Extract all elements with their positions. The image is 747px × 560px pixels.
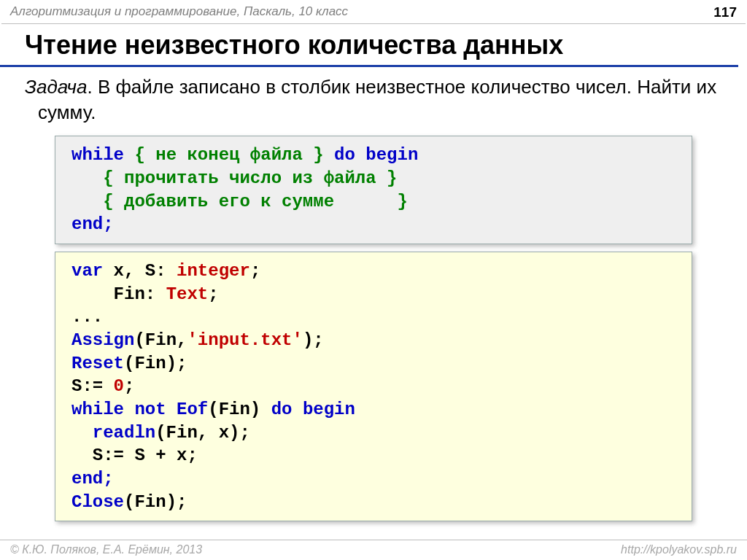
authors-text: © К.Ю. Поляков, Е.А. Ерёмин, 2013: [10, 543, 202, 556]
pseudo-line: while { не конец файла } do begin: [71, 144, 678, 167]
page-number: 117: [713, 4, 737, 20]
code-line: Reset(Fin);: [71, 352, 678, 376]
code-line: S:= S + x;: [71, 444, 678, 467]
code-line: var x, S: integer;: [71, 260, 678, 283]
code-line: Close(Fin);: [71, 491, 678, 514]
pseudocode-block: while { не конец файла } do begin { проч…: [55, 136, 692, 244]
code-line: Assign(Fin,'input.txt');: [71, 329, 678, 352]
code-line: S:= 0;: [71, 375, 678, 398]
code-line: ...: [71, 306, 678, 329]
code-line: readln(Fin, x);: [71, 421, 678, 445]
page-title: Чтение неизвестного количества данных: [0, 24, 738, 67]
source-code-block: var x, S: integer; Fin: Text; ... Assign…: [55, 252, 692, 521]
pseudo-line: { добавить его к сумме }: [71, 190, 678, 214]
header-bar: Алгоритмизация и программирование, Паска…: [0, 0, 747, 23]
url-text: http://kpolyakov.spb.ru: [621, 543, 737, 556]
pseudo-line: end;: [71, 213, 678, 236]
code-line: while not Eof(Fin) do begin: [71, 398, 678, 421]
subject-text: Алгоритмизация и программирование, Паска…: [10, 4, 348, 20]
task-description: Задача. В файле записано в столбик неизв…: [0, 67, 747, 133]
task-label: Задача: [25, 76, 87, 98]
pseudo-line: { прочитать число из файла }: [71, 167, 678, 190]
code-line: Fin: Text;: [71, 283, 678, 306]
footer-bar: © К.Ю. Поляков, Е.А. Ерёмин, 2013 http:/…: [0, 540, 747, 560]
task-text: . В файле записано в столбик неизвестное…: [38, 76, 716, 123]
code-line: end;: [71, 467, 678, 491]
